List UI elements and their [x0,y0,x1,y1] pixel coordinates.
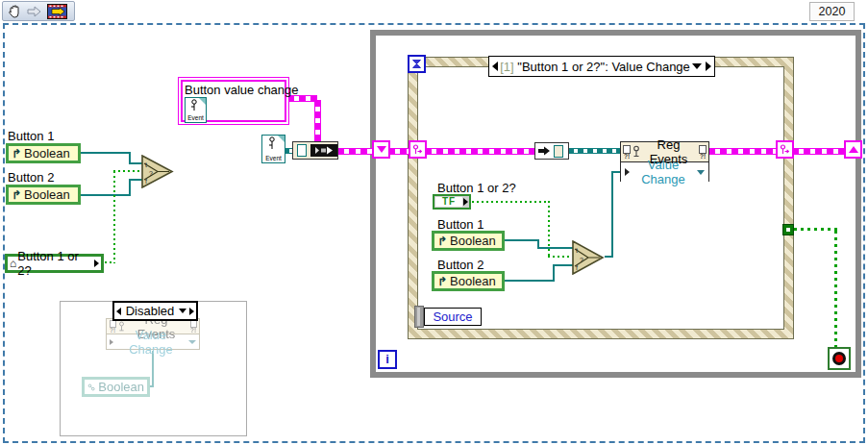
shift-register-down-icon [377,146,386,153]
wire-button2-to-select [76,194,131,196]
wire-tf-boolean [472,201,550,203]
timeout-terminal[interactable] [408,55,426,73]
disable-structure-selector[interactable]: Disabled [112,301,198,321]
tf-terminal[interactable]: TF [433,194,471,210]
page-fold-icon [199,98,206,105]
event-row-dropdown-icon[interactable] [697,170,705,175]
select-function-inner[interactable]: t ? f [572,240,605,279]
wire-button2-to-select [129,179,142,181]
button1or2-control-terminal[interactable]: ⌂ Button 1 or 2? [5,254,104,273]
case-title: "Button 1 or 2?": Value Change [517,60,690,74]
page-glyph-icon [554,145,563,158]
terminal-out-arrow-icon [94,260,99,267]
dynamic-event-terminal-right[interactable] [776,140,794,159]
iteration-i: i [385,353,389,366]
case-dropdown-icon[interactable] [692,63,702,69]
wire-button1-ref [537,247,573,249]
wire-stop-boolean [834,231,837,349]
wire-button2-ref [500,280,555,282]
lv-version-badge: 2020 [809,2,855,21]
select-mark-t: t [145,161,147,168]
wire-select-to-regevents [611,172,613,258]
wire-event-reg [708,148,778,155]
refnum-label: Boolean [24,187,70,202]
button1-refnum-constant[interactable]: ↱ Boolean [432,231,505,251]
stop-sign-icon [832,352,846,365]
disabled-register-for-events-node[interactable]: ?! Reg Events ?! Value Change [106,318,200,350]
case-index: [1] [500,60,513,74]
refnum-arrow-icon: ↱ [437,276,447,287]
wire-button2-ref [553,265,555,282]
select-function[interactable]: t ? f [141,155,174,192]
wire-button2-to-select [129,180,131,196]
pan-hand-icon[interactable] [8,4,22,19]
wire-event-reg [425,148,536,155]
wire-tf-boolean [548,256,572,258]
shift-register-up-icon [849,146,858,153]
case-dropdown-icon[interactable] [179,309,186,313]
wire-stop-boolean [794,228,837,231]
wire-event-reg [314,100,321,142]
wire-selector-boolean [113,171,115,263]
select-mark-q: ? [580,257,583,263]
button2-ref-label: Button 2 [437,258,484,272]
event-unbundle-node[interactable] [534,142,569,160]
event-reg-cluster-node[interactable] [292,141,338,160]
wire-event-reg [337,148,374,155]
select-mark-f: f [576,264,578,271]
reg-events-corner-out: ?! [697,145,708,160]
control-label: Button 1 or 2? [17,249,94,278]
boolean-tunnel[interactable] [782,224,794,235]
button1-ref-label: Button 1 [437,217,484,232]
event-case-selector[interactable]: [1] "Button 1 or 2?": Value Change [488,56,715,77]
reg-events-hook-icon [632,145,640,159]
user-event-constant-label: Button value change [185,83,299,97]
select-mark-q: ? [149,170,153,177]
disabled-wire [152,351,154,387]
vi-snippet-icon[interactable] [47,4,67,19]
refnum-arrow-icon: ↱ [12,148,21,160]
button2-terminal-label: Button 2 [8,170,54,185]
disable-case-label: Disabled [121,304,179,318]
button2-refnum-constant[interactable]: ↱ Boolean [432,271,505,291]
refnum-arrow-icon: ↱ [12,189,21,201]
case-next-icon[interactable] [189,308,194,315]
user-event-icon: Event [185,97,207,123]
refnum-label: Boolean [24,146,70,161]
wire-button1-ref [500,239,539,241]
lv-version-text: 2020 [819,5,846,18]
source-label: Source [433,309,472,324]
case-next-icon[interactable] [706,62,711,71]
event-icon-label: Event [262,155,285,162]
page-fold-icon [278,136,285,142]
dynamic-event-terminal-left[interactable] [409,140,427,159]
refnum-label: Boolean [450,274,496,288]
register-for-events-node[interactable]: ?! Reg Events ?! Value Change [620,141,709,182]
shift-register-left[interactable] [372,140,390,159]
reg-events-event-row: Value Change [113,328,188,357]
event-refnum-constant[interactable]: Event [261,135,285,163]
tf-control-label: Button 1 or 2? [437,181,516,195]
wire-user-event-refnum [568,148,621,154]
loop-condition-terminal[interactable] [828,347,851,370]
wire-button1-to-select [129,162,142,164]
event-data-source-item[interactable]: Source [424,308,482,326]
event-icon-label: Event [186,114,206,122]
button2-refnum-terminal[interactable]: ↱ Boolean [6,185,81,205]
black-arrow-icon [537,146,551,156]
wire-tf-boolean [548,201,550,258]
shift-register-right[interactable] [844,140,862,159]
reg-events-corner-out: ?! [187,320,199,334]
event-row-dropdown-icon [188,340,196,344]
button1-refnum-terminal[interactable]: ↱ Boolean [6,143,81,163]
disabled-boolean-refnum[interactable]: Boolean [82,377,150,397]
reg-events-event-row[interactable]: Value Change [630,158,697,186]
tf-text: TF [435,197,462,207]
wire-event-reg [792,148,846,155]
forward-arrow-icon[interactable] [27,5,42,18]
iteration-terminal[interactable]: i [378,350,397,369]
refnum-label: Boolean [98,380,144,394]
user-event-constant-box[interactable]: Button value change Event [178,77,289,125]
refnum-label: Boolean [450,234,496,248]
event-data-node-bar[interactable] [414,306,424,328]
